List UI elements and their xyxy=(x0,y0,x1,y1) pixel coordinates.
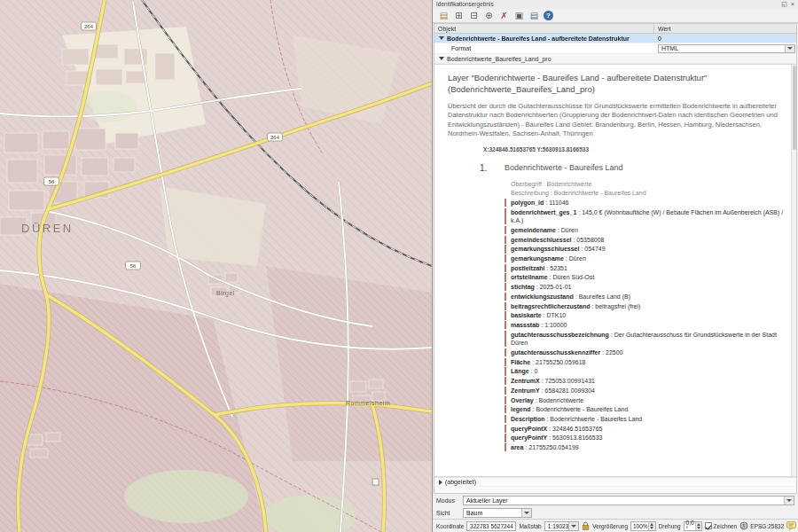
mode-combobox-value: Aktueller Layer xyxy=(466,497,508,504)
map-canvas[interactable]: 2645626456 DÜRENBirgelRommelsheim xyxy=(0,0,432,532)
projection-globe-icon xyxy=(739,521,748,530)
feature-index: 1. xyxy=(480,163,505,453)
panel-titlebar[interactable]: Identifikationsergebnis ◱× xyxy=(433,0,798,9)
attribute-row: gemeindename : Düren xyxy=(505,226,784,234)
query-point-coordinates: X:324846.51653765 Y:5630913.8166533 xyxy=(483,146,784,153)
attribute-row: gemarkungsname : Düren xyxy=(505,254,784,262)
road-number-badge: 56 xyxy=(126,262,141,270)
attribute-row: area : 21755250.054199 xyxy=(505,443,784,451)
form-view-icon[interactable]: ▤ xyxy=(438,10,450,21)
spinner-arrows-icon[interactable] xyxy=(695,522,700,530)
chevron-down-icon[interactable] xyxy=(568,522,578,530)
chevron-down-icon[interactable] xyxy=(784,497,794,505)
rotation-label: Drehung xyxy=(659,523,681,529)
identify-results-panel: Identifikationsergebnis ◱× ▤⊞⊟⊕✗▣▤? Obje… xyxy=(432,0,798,532)
identify-toolbar: ▤⊞⊟⊕✗▣▤? xyxy=(433,9,798,23)
tree-empty-area xyxy=(434,487,796,493)
collapse-triangle-icon[interactable] xyxy=(439,57,444,60)
expand-tree-icon[interactable]: ⊞ xyxy=(453,10,465,21)
render-label: Zeichnen xyxy=(714,523,738,529)
coordinate-label: Koordinate xyxy=(436,523,464,529)
spinner-arrows-icon[interactable] xyxy=(648,522,655,530)
attribute-row: Länge : 0 xyxy=(505,367,784,375)
attribute-row: queryPointX : 324846.51653765 xyxy=(505,425,784,433)
panel-title: Identifikationsergebnis xyxy=(436,0,494,9)
rotation-spinbox[interactable]: 0,0 ° xyxy=(684,521,702,531)
attribute-row: Oberbegriff : Bodenrichtwerte xyxy=(505,180,784,188)
map-poi-marker xyxy=(372,479,379,485)
mode-row: Modus Aktueller Layer xyxy=(433,494,798,506)
scale-label: Maßstab xyxy=(519,523,541,529)
layer-row[interactable]: Bodenrichtwerte - Baureifes Land - aufbe… xyxy=(434,34,796,43)
layer-row-value: 0 xyxy=(654,34,796,43)
checkbox-check-icon[interactable] xyxy=(705,522,712,529)
format-combobox[interactable]: HTML xyxy=(658,44,795,53)
coordinate-input[interactable] xyxy=(466,521,516,531)
attribute-row: entwicklungszustand : Baureifes Land (B) xyxy=(505,293,784,301)
attribute-row: Overlay : Bodenrichtwerte xyxy=(505,396,784,404)
scrollbar[interactable] xyxy=(791,65,796,476)
map-place-label: Birgel xyxy=(216,290,235,297)
view-row: Sicht Baum xyxy=(433,506,798,519)
status-bar: Koordinate Maßstab 1:19023 Vergrößerung … xyxy=(433,519,798,532)
derived-row[interactable]: (abgeleitet) xyxy=(434,477,796,487)
attribute-row: massstab : 1:10000 xyxy=(505,321,784,329)
layer-description: Übersicht der durch die Gutachterausschü… xyxy=(448,102,784,139)
feature-node-row[interactable]: Bodenrichtwerte_Baureifes_Land_pro xyxy=(434,54,796,64)
svg-text:56: 56 xyxy=(130,263,137,269)
feature-title: Bodenrichtwerte - Baureifes Land xyxy=(505,163,784,172)
svg-text:264: 264 xyxy=(270,135,280,140)
attribute-row: ZentrumY : 6584281.0099304 xyxy=(505,387,784,395)
expand-new-results-icon[interactable]: ⊕ xyxy=(483,10,495,21)
format-combobox-value: HTML xyxy=(661,45,678,51)
format-row[interactable]: Format HTML xyxy=(434,43,796,54)
copy-feature-icon[interactable]: ▣ xyxy=(513,10,525,21)
svg-text:56: 56 xyxy=(49,179,55,184)
attribute-row: ZentrumX : 725053.00991431 xyxy=(505,377,784,385)
attribute-row: gemarkungsschluessel : 054749 xyxy=(505,245,784,253)
float-panel-icon[interactable]: ◱ xyxy=(781,0,787,9)
view-combobox[interactable]: Baum xyxy=(463,508,532,518)
scale-combobox[interactable]: 1:19023 xyxy=(544,521,580,531)
attribute-row: Description : Bodenrichtwerte - Baureife… xyxy=(505,415,784,423)
road-number-badge: 264 xyxy=(82,22,97,30)
expand-triangle-icon[interactable] xyxy=(439,480,442,485)
render-checkbox[interactable]: Zeichnen xyxy=(705,522,738,529)
clear-results-icon[interactable]: ✗ xyxy=(498,10,510,21)
feature-section: 1. Bodenrichtwerte - Baureifes Land Ober… xyxy=(480,163,784,453)
map-graphics: 2645626456 DÜRENBirgelRommelsheim xyxy=(0,0,432,532)
scrollbar-thumb[interactable] xyxy=(793,66,796,150)
magnifier-label: Vergrößerung xyxy=(592,523,628,529)
attribute-row: gutachterausschussbezeichnung : Der Guta… xyxy=(505,331,784,347)
print-response-icon[interactable]: ▤ xyxy=(528,10,540,21)
attribute-row: queryPointY : 5630913.8166533 xyxy=(505,434,784,442)
collapse-triangle-icon[interactable] xyxy=(439,36,444,40)
chevron-down-icon[interactable] xyxy=(521,509,531,517)
map-place-label: Rommelsheim xyxy=(346,400,390,406)
chevron-down-icon[interactable] xyxy=(785,45,794,52)
scale-combobox-value: 1:19023 xyxy=(548,523,569,529)
attribute-row: bodenrichtwert_ges_1 : 145,0 € (Wohnbauf… xyxy=(505,208,784,224)
column-header-object[interactable]: Objekt xyxy=(434,24,654,33)
collapse-tree-icon[interactable]: ⊟ xyxy=(468,10,480,21)
help-icon[interactable]: ? xyxy=(544,11,553,20)
crs-status-button[interactable]: EPSG:25832 xyxy=(739,521,784,530)
lock-scale-icon[interactable] xyxy=(582,519,590,532)
attribute-row: Beschreibung : Bodenrichtwerte - Baureif… xyxy=(505,189,784,197)
attribute-row: postleitzahl : 52351 xyxy=(505,264,784,272)
road-number-badge: 264 xyxy=(268,133,283,141)
attribute-row: gemeindeschluessel : 05358008 xyxy=(505,236,784,244)
attribute-row: Fläche : 21755250.059618 xyxy=(505,358,784,366)
magnifier-spinbox[interactable]: 100% xyxy=(630,521,656,531)
attribute-row: ortsteilname : Düren Süd-Ost xyxy=(505,273,784,281)
magnifier-value: 100% xyxy=(633,523,648,529)
mode-combobox[interactable]: Aktueller Layer xyxy=(463,496,794,505)
svg-text:264: 264 xyxy=(84,24,94,29)
column-header-value[interactable]: Wert xyxy=(654,24,796,33)
close-panel-icon[interactable]: × xyxy=(791,0,794,9)
attribute-row: stichtag : 2025-01-01 xyxy=(505,283,784,291)
attribute-row: basiskarte : DTK10 xyxy=(505,311,784,319)
log-messages-icon[interactable] xyxy=(786,521,796,531)
layer-row-label: Bodenrichtwerte - Baureifes Land - aufbe… xyxy=(447,35,630,42)
map-place-label: DÜREN xyxy=(21,222,74,235)
